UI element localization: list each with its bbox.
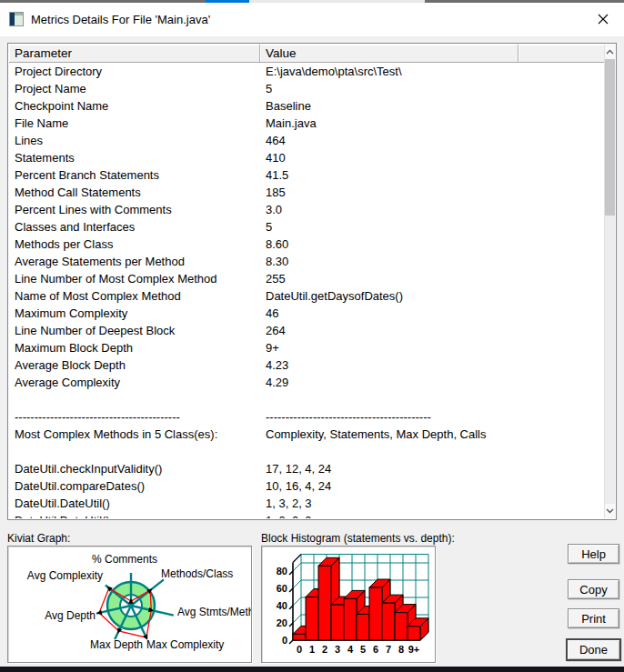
column-header-parameter[interactable]: Parameter bbox=[9, 45, 260, 63]
parameter-cell: File Name bbox=[9, 115, 260, 132]
value-cell: 4.23 bbox=[260, 356, 604, 374]
column-header-value[interactable]: Value bbox=[260, 45, 518, 63]
parameter-cell: Line Number of Deepest Block bbox=[9, 322, 260, 339]
value-cell: Main.java bbox=[260, 115, 604, 132]
svg-text:3: 3 bbox=[335, 644, 340, 655]
table-row[interactable]: Line Number of Deepest Block264 bbox=[9, 322, 604, 339]
value-cell: 1, 3, 2, 3 bbox=[260, 495, 604, 512]
svg-text:6: 6 bbox=[373, 644, 378, 655]
table-row[interactable]: Average Statements per Method8.30 bbox=[9, 253, 604, 270]
parameter-cell: Most Complex Methods in 5 Class(es): bbox=[9, 426, 260, 443]
window-title: Metrics Details For File 'Main.java' bbox=[31, 13, 210, 26]
table-row[interactable]: Percent Branch Statements41.5 bbox=[9, 166, 604, 184]
help-button[interactable]: Help bbox=[568, 544, 619, 564]
listview-header: Parameter Value bbox=[9, 45, 604, 63]
scrollbar-thumb[interactable] bbox=[605, 59, 615, 216]
svg-text:5: 5 bbox=[360, 644, 366, 655]
scroll-up-icon[interactable] bbox=[605, 45, 615, 59]
table-row[interactable]: DateUtil.checkInputValidity()17, 12, 4, … bbox=[9, 460, 604, 477]
table-row[interactable]: DateUtil.DateUtil()1, 3, 2, 3 bbox=[9, 495, 604, 512]
parameter-cell: Percent Branch Statements bbox=[9, 166, 260, 184]
table-row[interactable]: Average Block Depth4.23 bbox=[9, 356, 604, 374]
parameter-cell: Maximum Complexity bbox=[9, 305, 260, 322]
parameter-cell: Percent Lines with Comments bbox=[9, 201, 260, 218]
title-bar: Metrics Details For File 'Main.java' bbox=[0, 3, 624, 36]
value-cell: 9+ bbox=[260, 339, 604, 356]
copy-button[interactable]: Copy bbox=[568, 579, 619, 599]
svg-text:% Comments: % Comments bbox=[92, 553, 157, 566]
table-row[interactable]: DateUtil.compareDates()10, 16, 4, 24 bbox=[9, 477, 604, 495]
table-row[interactable]: Checkpoint NameBaseline bbox=[9, 97, 604, 115]
svg-text:Methods/Class: Methods/Class bbox=[161, 567, 233, 580]
parameter-cell: Name of Most Complex Method bbox=[9, 287, 260, 305]
table-row[interactable]: Classes and Interfaces5 bbox=[9, 218, 604, 236]
parameter-cell: Project Name bbox=[9, 80, 260, 97]
scroll-down-icon[interactable] bbox=[605, 504, 615, 518]
value-cell: 264 bbox=[260, 322, 604, 339]
value-cell bbox=[260, 391, 604, 408]
value-cell: Baseline bbox=[260, 97, 604, 115]
svg-text:1: 1 bbox=[309, 644, 315, 655]
svg-text:2: 2 bbox=[322, 644, 327, 655]
parameter-cell: Average Block Depth bbox=[9, 356, 260, 374]
table-row[interactable]: DateUtil.DateUtil()1, 0, 0, 0 bbox=[9, 512, 604, 518]
svg-text:40: 40 bbox=[277, 600, 287, 611]
parameter-cell bbox=[9, 443, 260, 460]
table-row[interactable]: Statements410 bbox=[9, 149, 604, 166]
column-header-filler bbox=[518, 45, 604, 63]
value-cell bbox=[260, 443, 604, 460]
value-cell: 4.29 bbox=[260, 374, 604, 391]
svg-text:8: 8 bbox=[398, 644, 404, 655]
svg-text:Avg Depth: Avg Depth bbox=[45, 609, 96, 622]
parameter-cell: ----------------------------------------… bbox=[9, 408, 260, 426]
parameter-cell bbox=[9, 391, 260, 408]
svg-text:0: 0 bbox=[282, 635, 287, 646]
block-histogram-chart: 0204060800123456789+ bbox=[261, 546, 436, 663]
table-row[interactable]: Percent Lines with Comments3.0 bbox=[9, 201, 604, 218]
parameter-cell: Average Statements per Method bbox=[9, 253, 260, 270]
block-histogram-svg: 0204060800123456789+ bbox=[262, 547, 435, 662]
table-row[interactable]: Methods per Class8.60 bbox=[9, 236, 604, 253]
svg-text:Max Depth: Max Depth bbox=[90, 638, 143, 651]
svg-text:Avg Stmts/Method: Avg Stmts/Method bbox=[177, 606, 251, 618]
table-row[interactable]: Most Complex Methods in 5 Class(es):Comp… bbox=[9, 426, 604, 443]
parameter-cell: Line Number of Most Complex Method bbox=[9, 270, 260, 287]
value-cell: 5 bbox=[260, 218, 604, 236]
parameter-cell: DateUtil.DateUtil() bbox=[9, 512, 260, 518]
value-cell: 8.60 bbox=[260, 236, 604, 253]
table-row[interactable]: Method Call Statements185 bbox=[9, 184, 604, 201]
table-row[interactable]: Project Name5 bbox=[9, 80, 604, 97]
kiviat-chart-svg: % CommentsMethods/ClassAvg Stmts/MethodM… bbox=[8, 547, 251, 662]
svg-text:9+: 9+ bbox=[408, 644, 420, 655]
table-row[interactable]: Lines464 bbox=[9, 132, 604, 149]
svg-text:7: 7 bbox=[386, 644, 391, 655]
value-cell: 255 bbox=[260, 270, 604, 287]
table-row[interactable]: Average Complexity4.29 bbox=[9, 374, 604, 391]
app-icon bbox=[9, 12, 24, 26]
table-row[interactable]: Maximum Block Depth9+ bbox=[9, 339, 604, 356]
svg-text:Max Complexity: Max Complexity bbox=[146, 638, 224, 651]
parameter-cell: Methods per Class bbox=[9, 236, 260, 253]
table-row[interactable]: Project DirectoryE:\java\demo\pta\src\Te… bbox=[9, 63, 604, 80]
table-row[interactable] bbox=[9, 391, 604, 408]
parameter-cell: DateUtil.DateUtil() bbox=[9, 495, 260, 512]
listview-rows: Project DirectoryE:\java\demo\pta\src\Te… bbox=[9, 63, 604, 518]
table-row[interactable]: ----------------------------------------… bbox=[9, 408, 604, 426]
table-row[interactable]: File NameMain.java bbox=[9, 115, 604, 132]
done-button[interactable]: Done bbox=[566, 638, 621, 661]
print-button[interactable]: Print bbox=[568, 608, 619, 628]
table-row[interactable] bbox=[9, 443, 604, 460]
parameter-cell: Average Complexity bbox=[9, 374, 260, 391]
table-row[interactable]: Name of Most Complex MethodDateUtil.getD… bbox=[9, 287, 604, 305]
close-icon[interactable] bbox=[589, 7, 617, 31]
value-cell: 410 bbox=[260, 149, 604, 166]
table-row[interactable]: Maximum Complexity46 bbox=[9, 305, 604, 322]
parameter-cell: Maximum Block Depth bbox=[9, 339, 260, 356]
vertical-scrollbar[interactable] bbox=[604, 45, 615, 518]
value-cell: 3.0 bbox=[260, 201, 604, 218]
kiviat-graph-label: Kiviat Graph: bbox=[7, 532, 70, 545]
parameter-cell: DateUtil.compareDates() bbox=[9, 477, 260, 495]
value-cell: E:\java\demo\pta\src\Test\ bbox=[260, 63, 604, 80]
svg-text:60: 60 bbox=[277, 583, 287, 594]
table-row[interactable]: Line Number of Most Complex Method255 bbox=[9, 270, 604, 287]
